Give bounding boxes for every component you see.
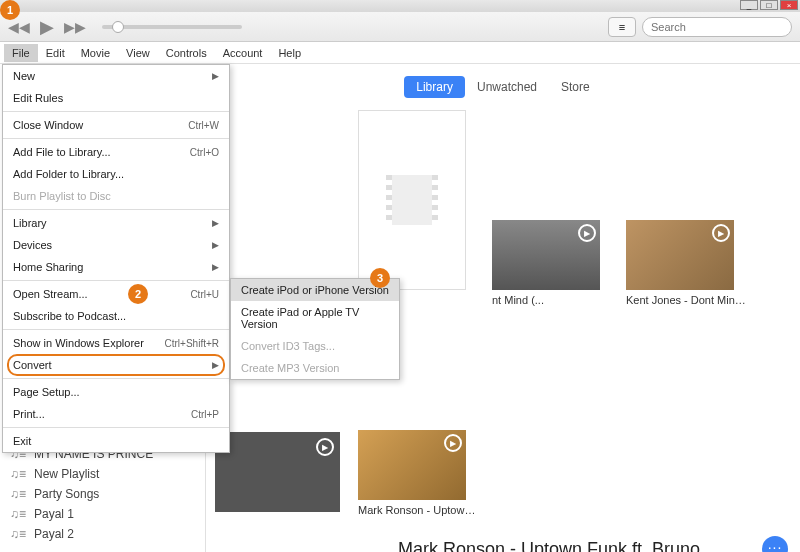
submenu-arrow-icon: ▶ (212, 240, 219, 250)
menu-create-mp3-disabled: Create MP3 Version (231, 357, 399, 379)
menu-subscribe-podcast[interactable]: Subscribe to Podcast... (3, 305, 229, 327)
list-view-button[interactable]: ≡ (608, 17, 636, 37)
annotation-badge-3: 3 (370, 268, 390, 288)
video-item[interactable]: ▶ nt Mind (... (492, 220, 612, 306)
sidebar-item[interactable]: ♫≡New Playlist (0, 464, 205, 484)
progress-slider[interactable] (102, 25, 242, 29)
playback-controls: ◀◀ ▶ ▶▶ (8, 16, 242, 38)
menu-movie[interactable]: Movie (73, 44, 118, 62)
menu-separator (3, 280, 229, 281)
sidebar-label: Payal 2 (34, 527, 74, 541)
view-tabs: Library Unwatched Store (218, 76, 788, 98)
menu-show-explorer[interactable]: Show in Windows ExplorerCtrl+Shift+R (3, 332, 229, 354)
menu-view[interactable]: View (118, 44, 158, 62)
menu-open-stream[interactable]: Open Stream...Ctrl+U (3, 283, 229, 305)
menu-devices-sub[interactable]: Devices▶ (3, 234, 229, 256)
more-button[interactable]: ··· (762, 536, 788, 552)
menu-separator (3, 111, 229, 112)
menu-separator (3, 209, 229, 210)
menu-separator (3, 378, 229, 379)
toolbar: ◀◀ ▶ ▶▶ ≡ (0, 12, 800, 42)
annotation-badge-1: 1 (0, 0, 20, 20)
submenu-arrow-icon: ▶ (212, 262, 219, 272)
menu-library-sub[interactable]: Library▶ (3, 212, 229, 234)
next-button[interactable]: ▶▶ (64, 16, 86, 38)
playlist-icon: ♫≡ (10, 488, 26, 500)
sidebar-label: Party Songs (34, 487, 99, 501)
video-thumbnail: ▶ (358, 430, 466, 500)
menu-convert-id3-disabled: Convert ID3 Tags... (231, 335, 399, 357)
menu-exit[interactable]: Exit (3, 430, 229, 452)
menu-new[interactable]: New▶ (3, 65, 229, 87)
menu-edit-rules[interactable]: Edit Rules (3, 87, 229, 109)
sidebar-item[interactable]: ♫≡Payal 2 (0, 524, 205, 544)
video-title: Kent Jones - Dont Mind (... (626, 294, 746, 306)
play-overlay-icon: ▶ (712, 224, 730, 242)
menu-separator (3, 138, 229, 139)
search-input[interactable] (642, 17, 792, 37)
menu-page-setup[interactable]: Page Setup... (3, 381, 229, 403)
video-placeholder-icon (358, 110, 466, 290)
maximize-button[interactable]: □ (760, 0, 778, 10)
menu-burn-disabled: Burn Playlist to Disc (3, 185, 229, 207)
sidebar-item[interactable]: ♫≡Party Songs (0, 484, 205, 504)
file-menu-dropdown: New▶ Edit Rules Close WindowCtrl+W Add F… (2, 64, 230, 453)
sidebar-label: Payal 1 (34, 507, 74, 521)
menu-create-ipad-version[interactable]: Create iPad or Apple TV Version (231, 301, 399, 335)
minimize-button[interactable]: _ (740, 0, 758, 10)
video-title: Mark Ronson - Uptown F... (358, 504, 478, 516)
video-item[interactable]: ▶ Mark Ronson - Uptown F... (358, 430, 478, 516)
video-item[interactable]: ▶ Kent Jones - Dont Mind (... (626, 220, 746, 306)
video-thumbnail: ▶ (626, 220, 734, 290)
play-overlay-icon: ▶ (316, 438, 334, 456)
convert-submenu: Create iPod or iPhone Version Create iPa… (230, 278, 400, 380)
detail-thumbnail[interactable]: ▶ (215, 432, 340, 512)
video-grid: ▶ nt Mind (... ▶ Kent Jones - Dont Mind … (358, 110, 788, 516)
menu-close-window[interactable]: Close WindowCtrl+W (3, 114, 229, 136)
menu-separator (3, 427, 229, 428)
menu-add-folder[interactable]: Add Folder to Library... (3, 163, 229, 185)
play-button[interactable]: ▶ (36, 16, 58, 38)
tab-unwatched[interactable]: Unwatched (465, 76, 549, 98)
sidebar-label: New Playlist (34, 467, 99, 481)
video-thumbnail: ▶ (492, 220, 600, 290)
submenu-arrow-icon: ▶ (212, 218, 219, 228)
close-button[interactable]: × (780, 0, 798, 10)
progress-thumb[interactable] (112, 21, 124, 33)
menu-file[interactable]: File (4, 44, 38, 62)
menu-convert-sub[interactable]: Convert▶ (3, 354, 229, 376)
submenu-arrow-icon: ▶ (212, 71, 219, 81)
submenu-arrow-icon: ▶ (212, 360, 219, 370)
menu-separator (3, 329, 229, 330)
menu-help[interactable]: Help (270, 44, 309, 62)
tab-store[interactable]: Store (549, 76, 602, 98)
menubar: File Edit Movie View Controls Account He… (0, 42, 800, 64)
video-title: nt Mind (... (492, 294, 612, 306)
detail-pane: Mark Ronson - Uptown Funk ft. Bruno... ·… (218, 536, 788, 552)
window-buttons: _ □ × (740, 0, 800, 12)
menu-edit[interactable]: Edit (38, 44, 73, 62)
menu-account[interactable]: Account (215, 44, 271, 62)
sidebar-item[interactable]: ♫≡Payal 1 (0, 504, 205, 524)
annotation-badge-2: 2 (128, 284, 148, 304)
menu-print[interactable]: Print...Ctrl+P (3, 403, 229, 425)
menu-add-file[interactable]: Add File to Library...Ctrl+O (3, 141, 229, 163)
window-titlebar: _ □ × (0, 0, 800, 12)
detail-title: Mark Ronson - Uptown Funk ft. Bruno... (398, 539, 715, 553)
play-overlay-icon: ▶ (578, 224, 596, 242)
play-overlay-icon: ▶ (444, 434, 462, 452)
playlist-icon: ♫≡ (10, 468, 26, 480)
menu-controls[interactable]: Controls (158, 44, 215, 62)
playlist-icon: ♫≡ (10, 508, 26, 520)
menu-home-sharing-sub[interactable]: Home Sharing▶ (3, 256, 229, 278)
toolbar-right: ≡ (608, 17, 792, 37)
tab-library[interactable]: Library (404, 76, 465, 98)
playlist-icon: ♫≡ (10, 528, 26, 540)
